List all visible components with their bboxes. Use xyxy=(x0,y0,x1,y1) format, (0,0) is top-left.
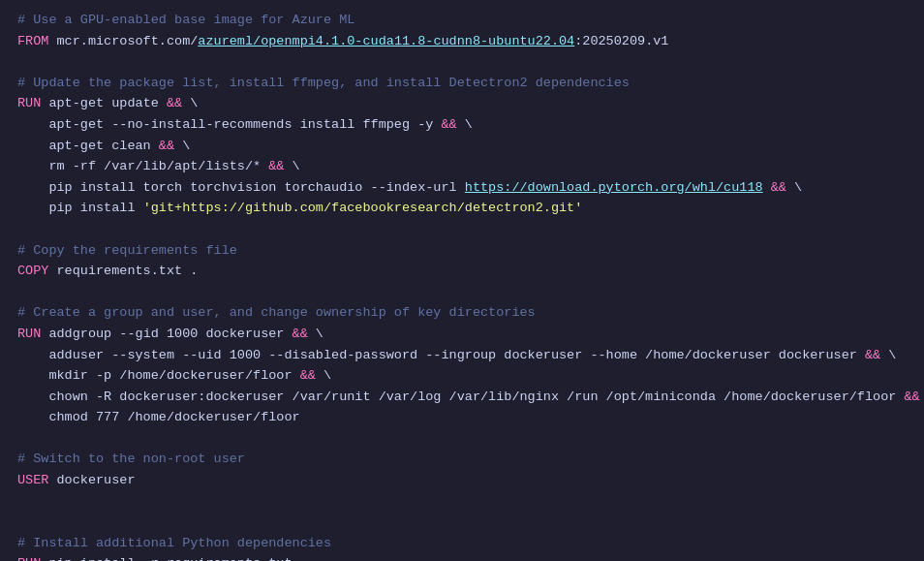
plain-token: requirements.txt . xyxy=(48,264,198,278)
code-line: apt-get --no-install-recommends install … xyxy=(17,114,907,136)
keyword-token: RUN xyxy=(17,327,41,341)
plain-token: dockeruser xyxy=(48,473,135,487)
code-line: FROM mcr.microsoft.com/azureml/openmpi4.… xyxy=(17,31,907,52)
comment-text: # Update the package list, install ffmpe… xyxy=(17,76,630,90)
plain-token: apt-get clean xyxy=(17,139,159,153)
comment-text: # Install additional Python dependencies xyxy=(17,536,331,550)
plain-token: :20250209.v1 xyxy=(574,34,668,48)
code-line xyxy=(17,282,907,303)
keyword-token: RUN xyxy=(17,96,41,110)
code-line xyxy=(17,51,907,73)
url-link-token: azureml/openmpi4.1.0-cuda11.8-cudnn8-ubu… xyxy=(198,34,574,48)
code-line: # Update the package list, install ffmpe… xyxy=(17,73,907,94)
plain-token: addgroup --gid 1000 dockeruser xyxy=(41,327,292,341)
plain-token: mkdir -p /home/dockeruser/floor xyxy=(17,368,300,383)
code-line: RUN addgroup --gid 1000 dockeruser && \ xyxy=(17,324,907,345)
code-line: RUN apt-get update && \ xyxy=(17,93,907,114)
code-line: # Install additional Python dependencies xyxy=(17,533,907,554)
plain-token: rm -rf /var/lib/apt/lists/* xyxy=(17,159,268,173)
operator-token: && xyxy=(441,117,456,132)
operator-token: && xyxy=(167,96,182,110)
plain-token: \ xyxy=(308,327,323,341)
keyword-token: COPY xyxy=(17,264,48,278)
plain-token: \ xyxy=(284,159,299,173)
code-line: pip install 'git+https://github.com/face… xyxy=(17,198,907,219)
plain-token: \ xyxy=(174,139,190,153)
plain-token: \ xyxy=(457,117,473,132)
code-line: pip install torch torchvision torchaudio… xyxy=(17,177,907,199)
code-line: # Create a group and user, and change ow… xyxy=(17,302,907,324)
comment-text: # Copy the requirements file xyxy=(17,243,237,258)
code-line: # Copy the requirements file xyxy=(17,240,907,262)
code-line: COPY requirements.txt . xyxy=(17,261,907,282)
code-viewer: # Use a GPU-enabled base image for Azure… xyxy=(0,0,924,561)
code-line: apt-get clean && \ xyxy=(17,136,907,157)
code-line: adduser --system --uid 1000 --disabled-p… xyxy=(17,345,907,366)
operator-token: && xyxy=(300,368,316,383)
plain-token: adduser --system --uid 1000 --disabled-p… xyxy=(17,348,865,362)
code-line: chown -R dockeruser:dockeruser /var/runi… xyxy=(17,387,907,408)
operator-token: && xyxy=(771,180,786,195)
plain-token: \ xyxy=(880,348,896,362)
plain-token: mcr.microsoft.com/ xyxy=(48,34,198,48)
keyword-token: RUN xyxy=(17,556,41,561)
url-link-token: https://download.pytorch.org/whl/cu118 xyxy=(465,180,763,195)
plain-token: \ xyxy=(920,390,924,404)
plain-token: pip install torch torchvision torchaudio… xyxy=(17,180,465,195)
code-line xyxy=(17,491,907,513)
operator-token: && xyxy=(159,139,174,153)
code-line: # Switch to the non-root user xyxy=(17,449,907,470)
plain-token: apt-get update xyxy=(41,96,167,110)
code-line: rm -rf /var/lib/apt/lists/* && \ xyxy=(17,156,907,177)
plain-token: \ xyxy=(182,96,198,110)
comment-text: # Use a GPU-enabled base image for Azure… xyxy=(17,13,354,27)
code-line: mkdir -p /home/dockeruser/floor && \ xyxy=(17,365,907,387)
plain-token: chown -R dockeruser:dockeruser /var/runi… xyxy=(17,390,904,404)
string-token: 'git+https://github.com/facebookresearch… xyxy=(143,201,583,215)
comment-text: # Create a group and user, and change ow… xyxy=(17,305,536,320)
plain-token: \ xyxy=(316,368,331,383)
plain-token: apt-get --no-install-recommends install … xyxy=(17,117,441,132)
keyword-token: FROM xyxy=(17,34,48,48)
operator-token: && xyxy=(904,390,919,404)
operator-token: && xyxy=(865,348,880,362)
operator-token: && xyxy=(268,159,284,173)
plain-token xyxy=(763,180,771,195)
comment-text: # Switch to the non-root user xyxy=(17,452,245,466)
code-line: RUN pip install -r requirements.txt xyxy=(17,553,907,561)
code-line xyxy=(17,428,907,450)
keyword-token: USER xyxy=(17,473,48,487)
plain-token: pip install -r requirements.txt xyxy=(41,556,292,561)
plain-token: \ xyxy=(786,180,802,195)
code-line: USER dockeruser xyxy=(17,470,907,491)
code-line: chmod 777 /home/dockeruser/floor xyxy=(17,407,907,428)
code-line xyxy=(17,219,907,240)
plain-token: pip install xyxy=(17,201,143,215)
code-line xyxy=(17,512,907,533)
plain-token: chmod 777 /home/dockeruser/floor xyxy=(17,410,300,424)
operator-token: && xyxy=(293,327,308,341)
code-line: # Use a GPU-enabled base image for Azure… xyxy=(17,10,907,31)
